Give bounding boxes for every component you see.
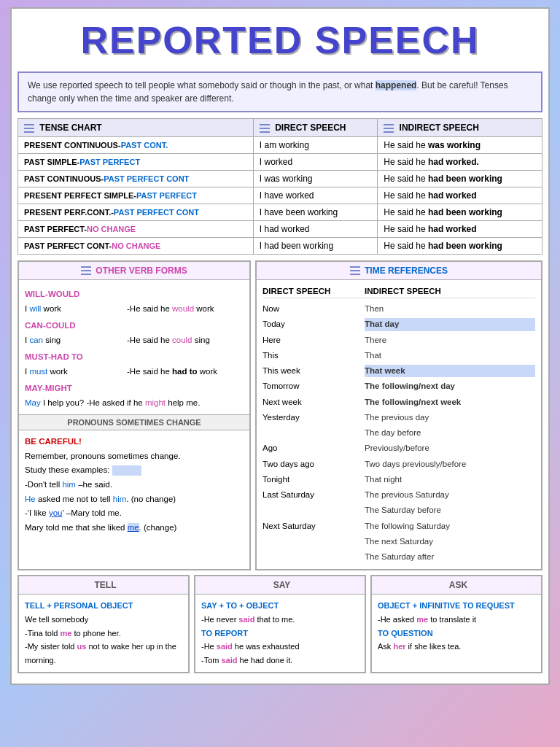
verb-forms-content: WILL-WOULD I will work -He said he would…: [19, 280, 249, 414]
say-content: SAY + TO + OBJECT -He never said that to…: [195, 595, 365, 671]
time-row: HereThere: [262, 333, 535, 348]
verb-row-can: I can sing -He said he could sing: [25, 333, 244, 348]
say-label1: SAY + TO + OBJECT: [201, 599, 359, 613]
say-header: SAY: [195, 576, 365, 595]
tell-line2: -My sister told us not to wake her up in…: [25, 640, 182, 667]
time-row: TomorrowThe following/next day: [262, 379, 535, 394]
ask-line2: Ask her if she likes tea.: [378, 640, 535, 654]
say-line2: -He said he was exhausted: [201, 640, 359, 654]
lines-icon: [24, 124, 34, 133]
bottom-section: TELL TELL + PERSONAL OBJECT We tell some…: [18, 575, 542, 673]
table-row: PAST CONTINUOUS-PAST PERFECT CONT I was …: [18, 171, 542, 187]
time-row: Next SaturdayThe following Saturday: [262, 519, 535, 534]
time-references-column: TIME REFERENCES DIRECT SPEECH INDIRECT S…: [255, 260, 542, 570]
time-row: AgoPreviously/before: [262, 441, 535, 456]
intro-box: We use reported speech to tell people wh…: [18, 71, 542, 112]
say-line3: -Tom said he had done it.: [201, 654, 359, 667]
verb-type-must: MUST-HAD TO: [25, 350, 244, 365]
verb-forms-header: OTHER VERB FORMS: [19, 262, 249, 280]
time-row: Next weekThe following/next week: [262, 395, 535, 410]
pronouns-line2: Study these examples:: [25, 463, 244, 478]
two-col-section: OTHER VERB FORMS WILL-WOULD I will work …: [18, 260, 542, 570]
page-container: REPORTED SPEECH We use reported speech t…: [10, 7, 550, 685]
pronouns-line4: He asked me not to tell him. (no change): [25, 492, 244, 507]
time-row: This weekThat week: [262, 363, 535, 379]
tell-column: TELL TELL + PERSONAL OBJECT We tell some…: [18, 575, 190, 673]
table-row: PAST SIMPLE-PAST PERFECT I worked He sai…: [18, 154, 542, 171]
time-references-header: TIME REFERENCES: [257, 262, 541, 280]
time-row: YesterdayThe previous day: [262, 410, 535, 425]
time-ref-col-headers: DIRECT SPEECH INDIRECT SPEECH: [262, 285, 535, 298]
table-row: PRESENT PERF.CONT.-PAST PERFECT CONT I h…: [18, 204, 542, 221]
time-ref-content: DIRECT SPEECH INDIRECT SPEECH NowThen To…: [257, 280, 541, 569]
ask-header: ASK: [372, 576, 541, 595]
intro-highlight: happened: [376, 80, 417, 90]
pronouns-line1: Remember, pronouns sometimes change.: [25, 449, 244, 464]
table-row: PAST PERFECT CONT-NO CHANGE I had been w…: [18, 238, 542, 255]
say-label2: TO REPORT: [201, 627, 359, 640]
tell-label2: We tell somebody: [25, 613, 182, 627]
verb-row-must: I must work -He said he had to work: [25, 365, 244, 379]
tell-line1: -Tina told me to phone her.: [25, 627, 182, 640]
table-row: PAST PERFECT-NO CHANGE I had worked He s…: [18, 221, 542, 238]
tell-content: TELL + PERSONAL OBJECT We tell somebody …: [19, 595, 188, 671]
lines-icon4: [81, 266, 91, 275]
ask-content: OBJECT + INFINITIVE TO REQUEST -He asked…: [372, 595, 541, 658]
table-row: PRESENT CONTINUOUS-PAST CONT. I am worki…: [18, 137, 542, 154]
tense-chart-header: TENSE CHART: [18, 119, 254, 137]
ask-label1: OBJECT + INFINITIVE TO REQUEST: [378, 599, 535, 613]
time-row: The Saturday after: [262, 549, 535, 565]
time-row: Last SaturdayThe previous Saturday: [262, 487, 535, 503]
ask-column: ASK OBJECT + INFINITIVE TO REQUEST -He a…: [370, 575, 542, 673]
lines-icon3: [384, 124, 394, 133]
pronouns-line3: -Don't tell him –he said.: [25, 478, 244, 492]
tell-label1: TELL + PERSONAL OBJECT: [25, 599, 182, 613]
indirect-speech-header: INDIRECT SPEECH: [378, 119, 542, 137]
tell-header: TELL: [19, 576, 188, 595]
ask-line1: -He asked me to translate it: [378, 613, 535, 627]
time-row: Two days agoTwo days previously/before: [262, 457, 535, 472]
verb-type-may: MAY-MIGHT: [25, 382, 244, 396]
say-column: SAY SAY + TO + OBJECT -He never said tha…: [194, 575, 366, 673]
time-row: ThisThat: [262, 348, 535, 363]
lines-icon2: [260, 124, 270, 133]
lines-icon6: [350, 266, 360, 275]
tense-chart-table: TENSE CHART DIRECT SPEECH INDIRECT SPEEC…: [18, 118, 542, 255]
pronouns-header: PRONOUNS SOMETIMES CHANGE: [19, 414, 249, 430]
time-row: TodayThat day: [262, 317, 535, 332]
pronouns-line5: -'I like you' –Mary told me.: [25, 506, 244, 521]
time-row: TonightThat night: [262, 472, 535, 487]
verb-type-can: CAN-COULD: [25, 319, 244, 333]
verb-type-will: WILL-WOULD: [25, 287, 244, 302]
intro-text1: We use reported speech to tell people wh…: [28, 80, 373, 90]
page-title: REPORTED SPEECH: [18, 15, 542, 66]
pronouns-line6: Mary told me that she liked me. (change): [25, 521, 244, 535]
be-careful-label: BE CAREFUL!: [25, 435, 244, 449]
say-line1: -He never said that to me.: [201, 613, 359, 627]
verb-forms-column: OTHER VERB FORMS WILL-WOULD I will work …: [18, 260, 251, 570]
time-row: NowThen: [262, 301, 535, 317]
time-row: The Saturday before: [262, 503, 535, 518]
time-row: The next Saturday: [262, 534, 535, 549]
pronouns-content: BE CAREFUL! Remember, pronouns sometimes…: [19, 430, 249, 539]
time-row: The day before: [262, 425, 535, 441]
verb-row-will: I will work -He said he would work: [25, 302, 244, 317]
direct-speech-header: DIRECT SPEECH: [253, 119, 377, 137]
verb-may-line: May I help you? -He asked if he might he…: [25, 396, 244, 411]
ask-label2: TO QUESTION: [378, 627, 535, 640]
table-row: PRESENT PERFECT SIMPLE-PAST PERFECT I ha…: [18, 187, 542, 204]
